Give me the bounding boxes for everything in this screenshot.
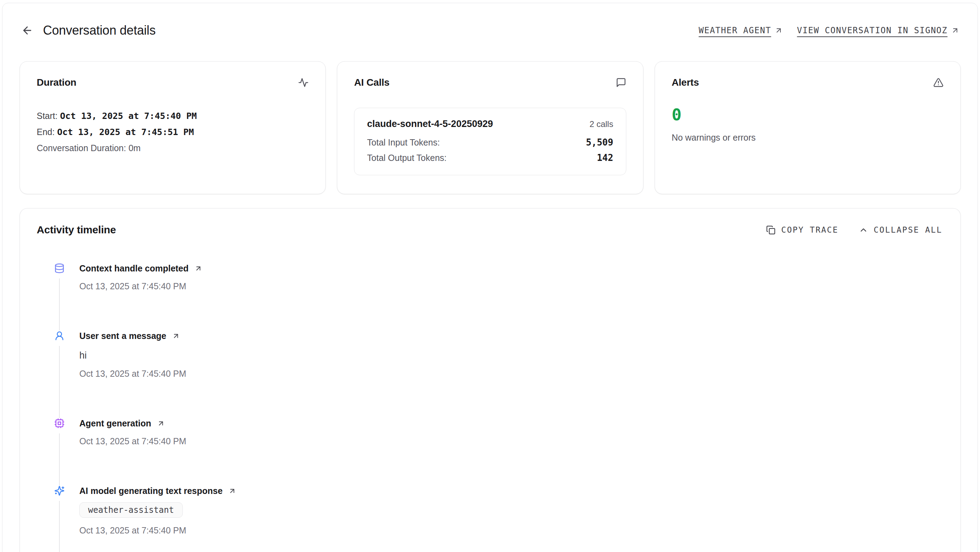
alerts-card-title: Alerts — [672, 77, 699, 88]
database-icon — [54, 263, 65, 274]
alerts-message: No warnings or errors — [672, 132, 943, 143]
activity-timeline-title: Activity timeline — [37, 224, 116, 236]
view-conversation-in-signoz-link[interactable]: VIEW CONVERSATION IN SIGNOZ — [797, 26, 959, 35]
weather-agent-link[interactable]: WEATHER AGENT — [698, 26, 783, 35]
conversation-duration-row: Conversation Duration: 0m — [37, 143, 309, 153]
timeline-event: User sent a message hi Oct 13, 2025 at 7… — [54, 330, 942, 418]
activity-pulse-icon — [298, 77, 309, 88]
event-timestamp: Oct 13, 2025 at 7:45:40 PM — [80, 281, 202, 291]
page-title: Conversation details — [43, 23, 156, 38]
timeline-event: AI model generating text response weathe… — [54, 485, 942, 552]
output-tokens-value: 142 — [597, 153, 613, 163]
collapse-all-button[interactable]: COLLAPSE ALL — [859, 225, 942, 235]
event-timestamp: Oct 13, 2025 at 7:45:40 PM — [80, 369, 186, 379]
ai-calls-card: AI Calls claude-sonnet-4-5-20250929 2 ca… — [337, 61, 643, 194]
arrow-left-icon — [21, 24, 33, 37]
timeline-connector — [59, 433, 60, 485]
duration-start-row: Start: Oct 13, 2025 at 7:45:40 PM — [37, 110, 309, 121]
sparkles-icon — [54, 485, 65, 496]
arrow-up-right-icon — [157, 420, 165, 428]
activity-timeline-card: Activity timeline COPY TRACE COLLAPSE AL… — [19, 208, 961, 552]
timeline-connector — [59, 501, 60, 552]
start-value: Oct 13, 2025 at 7:45:40 PM — [60, 111, 197, 121]
timeline-connector — [59, 346, 60, 418]
chevron-up-icon — [859, 225, 868, 235]
copy-icon — [766, 225, 776, 235]
alerts-card: Alerts 0 No warnings or errors — [655, 61, 961, 194]
stat-cards-row: Duration Start: Oct 13, 2025 at 7:45:40 … — [19, 61, 961, 194]
duration-card: Duration Start: Oct 13, 2025 at 7:45:40 … — [19, 61, 326, 194]
event-link[interactable]: Context handle completed — [80, 263, 202, 274]
timeline-connector — [59, 278, 60, 330]
event-link[interactable]: User sent a message — [80, 330, 186, 341]
event-message-body: hi — [80, 350, 186, 361]
external-link-arrow-icon — [775, 26, 783, 35]
copy-trace-button[interactable]: COPY TRACE — [766, 225, 838, 235]
event-timestamp: Oct 13, 2025 at 7:45:40 PM — [80, 436, 186, 446]
ai-calls-card-title: AI Calls — [354, 77, 389, 88]
end-value: Oct 13, 2025 at 7:45:51 PM — [57, 127, 194, 137]
timeline-event: Context handle completed Oct 13, 2025 at… — [54, 263, 942, 330]
back-button[interactable] — [21, 24, 34, 37]
alert-triangle-icon — [933, 77, 943, 88]
user-icon — [54, 330, 65, 341]
header-links: WEATHER AGENT VIEW CONVERSATION IN SIGNO… — [698, 26, 959, 35]
conversation-duration-value: 0m — [129, 143, 141, 153]
message-square-icon — [616, 77, 626, 88]
duration-end-row: End: Oct 13, 2025 at 7:45:51 PM — [37, 127, 309, 137]
calls-count: 2 calls — [590, 119, 613, 129]
arrow-up-right-icon — [172, 332, 180, 340]
input-tokens-label: Total Input Tokens: — [367, 137, 440, 148]
agent-name-badge: weather-assistant — [80, 503, 183, 518]
page-header: Conversation details WEATHER AGENT VIEW … — [21, 22, 959, 39]
timeline-event: Agent generation Oct 13, 2025 at 7:45:40… — [54, 418, 942, 485]
input-tokens-value: 5,509 — [586, 137, 613, 148]
arrow-up-right-icon — [194, 265, 202, 273]
model-usage-box: claude-sonnet-4-5-20250929 2 calls Total… — [354, 108, 626, 175]
external-link-arrow-icon — [951, 26, 959, 35]
model-name: claude-sonnet-4-5-20250929 — [367, 119, 493, 129]
output-tokens-label: Total Output Tokens: — [367, 153, 446, 163]
conversation-details-panel: Conversation details WEATHER AGENT VIEW … — [2, 3, 978, 552]
event-link[interactable]: AI model generating text response — [80, 485, 236, 496]
arrow-up-right-icon — [228, 487, 236, 495]
cpu-icon — [54, 418, 65, 429]
timeline-events: Context handle completed Oct 13, 2025 at… — [37, 263, 942, 552]
duration-card-title: Duration — [37, 77, 76, 88]
event-timestamp: Oct 13, 2025 at 7:45:40 PM — [80, 525, 236, 536]
event-link[interactable]: Agent generation — [80, 418, 186, 429]
alerts-count: 0 — [672, 106, 943, 123]
